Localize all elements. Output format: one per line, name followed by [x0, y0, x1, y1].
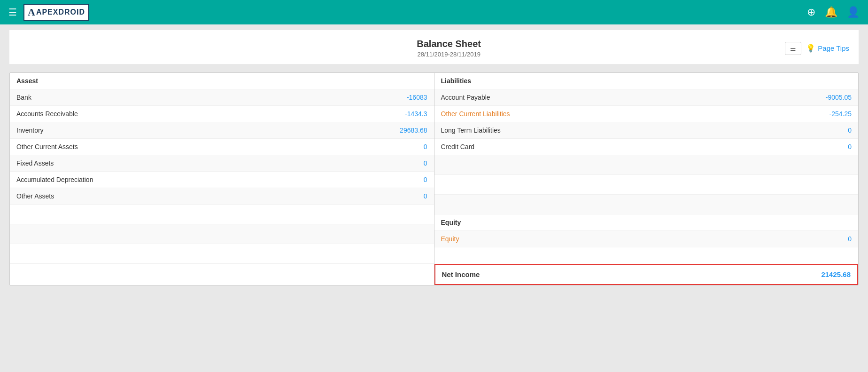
top-navigation: ☰ A APEXDROID ⊕ 🔔 👤	[0, 0, 868, 24]
empty-row-3	[10, 244, 434, 264]
page-tips-label: Page Tips	[818, 44, 849, 52]
fixed-label: Fixed Assets	[16, 159, 54, 167]
empty-row-2	[10, 224, 434, 244]
asset-row-other: Other Assets 0	[10, 188, 434, 205]
ocl-value[interactable]: -254.25	[829, 110, 852, 118]
balance-sheet-card: Assest Bank -16083 Accounts Receivable -…	[9, 72, 859, 285]
other-assets-value[interactable]: 0	[424, 192, 427, 200]
equity-value[interactable]: 0	[848, 235, 852, 243]
cc-label: Credit Card	[441, 143, 475, 150]
ar-label: Accounts Receivable	[16, 110, 78, 118]
ap-value[interactable]: -9005.05	[826, 94, 852, 101]
notification-icon[interactable]: 🔔	[825, 6, 837, 18]
depr-value[interactable]: 0	[424, 176, 427, 183]
asset-row-ar: Accounts Receivable -1434.3	[10, 106, 434, 122]
logo-letter: A	[28, 6, 35, 18]
oca-value[interactable]: 0	[424, 143, 427, 150]
header-actions: ⚌ 💡 Page Tips	[785, 42, 849, 55]
liability-row-ltl: Long Term Liabilities 0	[434, 122, 859, 139]
ar-value[interactable]: -1434.3	[405, 110, 427, 118]
net-income-row-container: Net Income 21425.68	[10, 264, 858, 285]
ocl-label: Other Current Liabilities	[441, 110, 510, 118]
page-tips-button[interactable]: 💡 Page Tips	[806, 44, 849, 53]
assets-section-label: Assest	[16, 77, 38, 85]
cc-value[interactable]: 0	[848, 143, 852, 150]
liabilities-header: Liabilities	[434, 73, 859, 89]
filter-button[interactable]: ⚌	[785, 42, 801, 55]
other-assets-label: Other Assets	[16, 192, 54, 200]
liabilities-equity-column: Liabilities Account Payable -9005.05 Oth…	[434, 73, 858, 264]
empty-spacer-1	[434, 155, 859, 175]
empty-spacer-3	[434, 195, 859, 214]
empty-spacer-2	[434, 175, 859, 195]
liability-row-ap: Account Payable -9005.05	[434, 89, 859, 106]
liability-row-cc: Credit Card 0	[434, 139, 859, 155]
nav-right: ⊕ 🔔 👤	[807, 6, 860, 18]
page-header: Balance Sheet 28/11/2019-28/11/2019 ⚌ 💡 …	[9, 30, 859, 65]
asset-row-inventory: Inventory 29683.68	[10, 122, 434, 139]
fixed-value[interactable]: 0	[424, 159, 427, 167]
page-title: Balance Sheet	[113, 39, 785, 49]
asset-row-depr: Accumulated Depreciation 0	[10, 172, 434, 188]
net-income-label: Net Income	[442, 270, 480, 278]
header-center: Balance Sheet 28/11/2019-28/11/2019	[113, 39, 785, 58]
inventory-value[interactable]: 29683.68	[400, 127, 427, 134]
hamburger-menu-icon[interactable]: ☰	[8, 7, 17, 18]
assets-header: Assest	[10, 73, 434, 89]
bank-value[interactable]: -16083	[407, 94, 427, 101]
filter-icon: ⚌	[790, 45, 796, 52]
balance-sheet-table: Assest Bank -16083 Accounts Receivable -…	[10, 73, 858, 285]
liabilities-section-label: Liabilities	[441, 77, 472, 85]
liability-row-ocl: Other Current Liabilities -254.25	[434, 106, 859, 122]
net-income-value: 21425.68	[821, 270, 851, 278]
logo: A APEXDROID	[23, 4, 89, 21]
net-income-row[interactable]: Net Income 21425.68	[434, 264, 859, 285]
bulb-icon: 💡	[806, 44, 815, 53]
asset-row-fixed: Fixed Assets 0	[10, 155, 434, 172]
asset-row-bank: Bank -16083	[10, 89, 434, 106]
logo-text: APEXDROID	[36, 8, 85, 16]
inventory-label: Inventory	[16, 127, 44, 134]
asset-row-oca: Other Current Assets 0	[10, 139, 434, 155]
net-income-right: Net Income 21425.68	[434, 264, 858, 285]
ltl-value[interactable]: 0	[848, 127, 852, 134]
date-range: 28/11/2019-28/11/2019	[113, 51, 785, 58]
ap-label: Account Payable	[441, 94, 490, 101]
equity-row: Equity 0	[434, 231, 859, 247]
content-wrapper: Balance Sheet 28/11/2019-28/11/2019 ⚌ 💡 …	[0, 24, 868, 372]
oca-label: Other Current Assets	[16, 143, 78, 150]
depr-label: Accumulated Depreciation	[16, 176, 93, 183]
user-icon[interactable]: 👤	[847, 6, 860, 18]
bank-label: Bank	[16, 94, 31, 101]
add-icon[interactable]: ⊕	[807, 6, 815, 18]
equity-section-label: Equity	[441, 219, 461, 226]
net-income-left-empty	[10, 264, 434, 285]
empty-row-1	[10, 205, 434, 224]
assets-column: Assest Bank -16083 Accounts Receivable -…	[10, 73, 434, 264]
nav-left: ☰ A APEXDROID	[8, 4, 89, 21]
ltl-label: Long Term Liabilities	[441, 127, 501, 134]
equity-header: Equity	[434, 214, 859, 231]
equity-label: Equity	[441, 235, 459, 243]
